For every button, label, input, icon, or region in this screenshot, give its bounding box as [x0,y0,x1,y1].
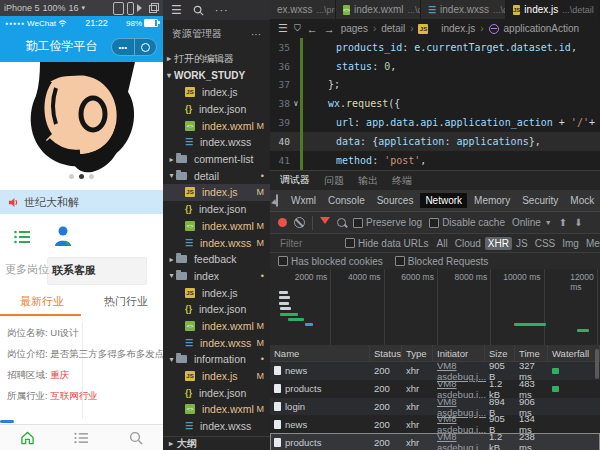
filter-pill-media[interactable]: Media [583,237,600,250]
device-selector[interactable]: iPhone 5 [4,3,40,13]
more-jobs-label[interactable]: 更多岗位 [5,262,49,277]
explorer-more-icon[interactable]: ··· [251,29,261,40]
scrollbar-thumb[interactable] [595,349,599,379]
more-menu-icon[interactable]: ••• [112,39,134,55]
tab-search[interactable] [109,425,163,450]
hide-data-urls-checkbox[interactable]: Hide data URLs [345,238,429,249]
import-har-icon[interactable]: ⬆ [559,217,567,228]
column-header-initiator[interactable]: Initiator [433,345,485,361]
breadcrumb-item[interactable]: applicationAction [504,23,580,34]
search-icon[interactable] [337,218,346,227]
devtools-tab-console[interactable]: Console [323,193,370,208]
bookmark-icon[interactable]: ⛉ [294,23,301,34]
editor-tab-ex.wxss[interactable]: ex.wxss...\product [270,0,336,19]
filter-pill-css[interactable]: CSS [532,237,559,250]
phone-icon[interactable] [113,2,124,15]
devtools-tab-wxml[interactable]: Wxml [286,193,321,208]
export-har-icon[interactable]: ⬇ [574,217,582,228]
column-header-status[interactable]: Status [370,345,402,361]
initiator-link[interactable]: VM8 asdebug.j... [437,431,486,450]
request-row-products[interactable]: products200xhrVM8 asdebug.j...1.2 kB238 … [270,433,600,450]
breadcrumb-item[interactable]: index.js [441,23,475,34]
tab-jobs[interactable] [54,425,108,450]
tree-file-index.js[interactable]: JS index.jsM [163,368,270,385]
network-overview-timeline[interactable]: 2000 ms4000 ms6000 ms8000 ms10000 ms1200… [270,269,600,346]
customer-service-person-icon[interactable] [54,226,72,248]
tree-folder-information[interactable]: ▾ information• [163,351,270,368]
editor-tab-index.wxml[interactable]: <>index.wxml...\detail [336,0,421,19]
tree-folder-comment-list[interactable]: ▸ comment-list [163,151,270,168]
tree-file-index.wxml[interactable]: <> index.wxmlM [163,117,270,134]
tab-home[interactable] [0,425,54,450]
filter-pill-js[interactable]: JS [513,237,531,250]
exit-icon[interactable] [134,39,157,55]
request-row-news[interactable]: news200xhrVM8 asdebug.j...905 B134 ms [270,415,600,433]
job-field-value[interactable]: 重庆 [50,369,69,380]
request-row-products[interactable]: products200xhrVM8 asdebug.j...1.2 kB483 … [270,380,600,398]
preserve-log-checkbox[interactable]: Preserve log [353,217,422,228]
tree-file-index.json[interactable]: {} index.json [163,201,270,218]
menu-icon[interactable]: ☰ [171,3,182,17]
tree-file-index.wxml[interactable]: <> index.wxmlM [163,218,270,235]
panel-tab-调试器[interactable]: 调试器 [280,171,310,191]
tab-hot-industry[interactable]: 热门行业 [104,294,148,309]
column-header-type[interactable]: Type [402,345,433,361]
capsule-button[interactable]: ••• [111,38,157,56]
devtools-tab-sources[interactable]: Sources [372,193,419,208]
devtools-tab-mock[interactable]: Mock [565,193,599,208]
zoom-selector[interactable]: 100% [43,3,66,13]
tree-file-index.wxml[interactable]: <> index.wxmlM [163,318,270,335]
devtools-tab-security[interactable]: Security [517,193,563,208]
tree-file-index.wxss[interactable]: ☰ index.wxss [163,418,270,435]
devtools-tab-network[interactable]: Network [420,193,467,208]
contact-service-label[interactable]: 联系客服 [52,263,96,278]
code-line-36[interactable]: 36status: 0, [270,57,600,76]
windows-icon[interactable] [149,3,159,13]
breadcrumb-item[interactable]: pages [341,23,368,34]
volume-icon[interactable] [137,4,146,12]
code-line-35[interactable]: 35products_id: e.currentTarget.dataset.i… [270,38,600,57]
code-editor[interactable]: 35products_id: e.currentTarget.dataset.i… [270,38,600,170]
filter-pill-all[interactable]: All [434,237,451,250]
outline-list-icon[interactable]: ☰ [278,22,288,35]
blocked-requests-checkbox[interactable]: Blocked Requests [395,256,489,267]
filter-pill-img[interactable]: Img [559,237,582,250]
filter-pill-cloud[interactable]: Cloud [452,237,484,250]
disable-cache-checkbox[interactable]: Disable cache [429,217,505,228]
job-card[interactable]: 岗位名称: UI设计岗位介绍: 是否第三方多得多布多发点招聘区域: 重庆所属行业… [0,318,163,424]
banner-carousel[interactable] [0,62,163,186]
has-blocked-cookies-checkbox[interactable]: Has blocked cookies [278,256,383,267]
tree-file-index.json[interactable]: {} index.json [163,301,270,318]
job-field-value[interactable]: 互联网行业 [50,390,98,401]
code-line-37[interactable]: 37}; [270,76,600,95]
filter-input[interactable] [278,237,340,250]
tree-file-index.wxss[interactable]: ☰ index.wxss [163,134,270,151]
column-header-size[interactable]: Size [485,345,515,361]
tree-file-index.js[interactable]: JS index.js [163,284,270,301]
tree-file-index.json[interactable]: {} index.json [163,101,270,118]
clear-button[interactable] [294,217,305,228]
tree-folder-detail[interactable]: ▾ detail• [163,167,270,184]
back-arrow-icon[interactable]: ← [307,23,318,35]
tree-file-index.wxss[interactable]: ☰ index.wxssM [163,234,270,251]
tree-folder-index[interactable]: ▾ index• [163,268,270,285]
tree-folder-feedback[interactable]: ▸ feedback [163,251,270,268]
code-line-40[interactable]: 40data: {application: applications}, [270,132,600,151]
chevron-down-icon[interactable]: ▾ [82,4,86,12]
outline-section[interactable]: ▸ 大纲 [163,436,270,450]
workspace-root[interactable]: ▾ WORK_STUDY [163,67,270,84]
editor-tab-index.js[interactable]: JSindex.js...\detail× [506,0,600,19]
panel-tab-问题[interactable]: 问题 [324,171,344,190]
request-row-news[interactable]: news200xhrVM8 asdebug.j...905 B327 ms [270,362,600,380]
tree-file-index.js[interactable]: JS index.js [163,84,270,101]
column-header-time[interactable]: Time [515,345,548,361]
code-line-39[interactable]: 39url: app.data.api.application_action +… [270,113,600,132]
open-editors-section[interactable]: ▸ 打开的编辑器 [163,50,270,67]
devtools-tab-memory[interactable]: Memory [469,193,515,208]
network-selector[interactable]: 16 [69,3,79,13]
tree-file-index.wxss[interactable]: ☰ index.wxssM [163,334,270,351]
filter-funnel-icon[interactable] [320,217,330,229]
throttling-select[interactable]: Online ▼ [512,217,552,228]
column-header-name[interactable]: Name [270,345,370,361]
tree-file-index.js[interactable]: JS index.jsM [163,184,270,201]
